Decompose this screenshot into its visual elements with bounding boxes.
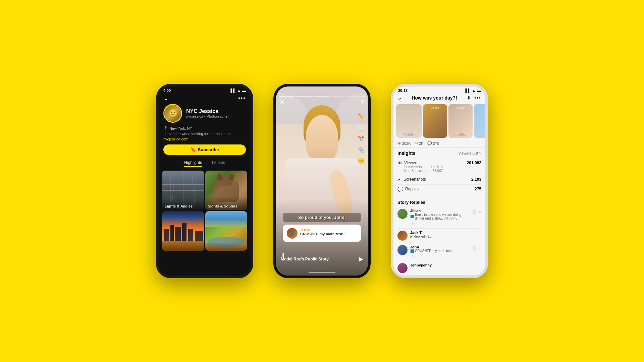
phone-story: ✕ T ✏️ ⬜ ✂️ 📎 😊 So proud of you, John! 👤…: [273, 84, 371, 278]
screenshots-icon: ✂: [397, 177, 401, 182]
jillian-actions: " ✕: [472, 209, 481, 216]
insight-screenshots-row: ✂ Screenshots 2,103: [397, 175, 481, 185]
jackt-text: Replied · 10m: [414, 235, 434, 238]
profile-tabs: Highlights Lenses: [159, 158, 251, 169]
battery-icon-3: ▬: [477, 88, 481, 93]
profile-name: NYC Jessica: [186, 108, 246, 114]
signal-icon: ▌▌: [231, 88, 236, 93]
download-header-icon[interactable]: ⬇: [467, 95, 471, 101]
avatar-image: 🙂: [164, 105, 181, 122]
story-replies-section: Story Replies Jillian 🟦 Bae's in town an…: [393, 197, 485, 276]
wifi-icon: ▲: [237, 88, 241, 93]
progress-2: [296, 96, 313, 97]
story-footer: Model Roz's Public Story ▶: [276, 256, 368, 262]
jackt-actions: ✕: [479, 231, 481, 234]
profile-link[interactable]: nycjessica.com: [159, 136, 251, 142]
viewers-label-group: Viewers Subscribers 163,915 Non-Subscrib…: [404, 161, 443, 173]
close-icon-3[interactable]: ✕: [479, 247, 481, 250]
highlight-card-3[interactable]: [162, 211, 204, 251]
reply-content: JOHN CRUSHED my math test!!: [300, 228, 345, 236]
progress-4: [331, 96, 348, 97]
highlight-card-1[interactable]: Lights & Angles: [162, 171, 204, 210]
chevron-down-icon[interactable]: ⌄: [163, 95, 168, 102]
jennypenny-name: Jennypenny: [410, 263, 481, 267]
reply-jackt: Jack T ▶ Replied · 10m ✕: [397, 229, 481, 243]
sticker-icon[interactable]: ⬜: [358, 124, 365, 131]
wifi-icon-3: ▲: [472, 88, 476, 93]
emoji-icon[interactable]: 😊: [358, 158, 365, 164]
insights-header-bar: ⌄ How was your day?! ⬇ •••: [393, 93, 485, 103]
jackt-name: Jack T: [410, 231, 476, 235]
viewers-label: Viewers: [404, 161, 443, 165]
screenshots-label: Screenshots: [404, 177, 426, 182]
text-tool-icon[interactable]: T: [361, 99, 365, 106]
thumbnail-3[interactable]: 2h ago 👁 198K: [448, 104, 473, 138]
stat-replies: 💬 275: [427, 141, 439, 145]
phone-insights: 20:13 ▌▌ ▲ ▬ ⌄ How was your day?! ⬇ ••• …: [391, 84, 488, 278]
insight-screenshots-left: ✂ Screenshots: [397, 177, 426, 182]
highlight-card-2[interactable]: Sights & Sounds: [205, 171, 248, 210]
progress-1: [279, 96, 295, 97]
signal-icon-3: ▌▌: [466, 88, 471, 93]
more-options-icon[interactable]: •••: [238, 95, 246, 101]
jackt-content: Jack T ▶ Replied · 10m: [410, 231, 476, 238]
thumbnail-2[interactable]: 2h ago: [423, 104, 447, 138]
story-tools: ✏️ ⬜ ✂️ 📎 😊: [358, 113, 365, 164]
highlight-card-4[interactable]: [205, 211, 248, 251]
more-header-icon[interactable]: •••: [474, 95, 481, 101]
quote-icon-2[interactable]: ": [472, 245, 477, 252]
close-story-icon[interactable]: ✕: [279, 99, 284, 106]
reply-john: John 🟦 CRUSHED my math test!! 12m " ✕: [397, 243, 481, 261]
progress-5: [349, 96, 365, 97]
status-icons-1: ▌▌ ▲ ▬: [231, 88, 246, 93]
reply-bubble: 👤 JOHN CRUSHED my math test!!: [283, 225, 361, 242]
insight-viewers-row: 👁 Viewers Subscribers 163,915 Non-Subscr…: [397, 159, 481, 175]
viewers-eye-icon: 👁: [397, 161, 402, 166]
status-bar-3: 20:13 ▌▌ ▲ ▬: [393, 86, 485, 93]
pencil-icon[interactable]: ✏️: [358, 113, 365, 120]
viewers-list-link[interactable]: Viewers List >: [458, 151, 481, 155]
bookmark-icon: 🔖: [191, 147, 196, 152]
story-background: [276, 86, 368, 276]
avatar: 🙂: [163, 104, 182, 123]
highlight-label-2: Sights & Sounds: [208, 204, 237, 208]
john-actions: " ✕: [472, 245, 481, 252]
eye-icon: 👁: [397, 141, 401, 145]
reply-jennypenny: Jennypenny: [397, 261, 481, 276]
story-thumbnails: 👁 250K 2h ago 2h ago 👁 198K: [393, 103, 485, 139]
screenshot-icon: ✂: [415, 141, 418, 145]
insights-section-header: Insights Viewers List >: [397, 150, 481, 156]
location-icon: 📍: [163, 126, 168, 130]
subscribers-sub: Subscribers 163,915: [404, 165, 443, 169]
close-icon[interactable]: ✕: [479, 210, 481, 214]
story-page-title: How was your day?!: [412, 95, 457, 101]
story-replies-title: Story Replies: [397, 200, 481, 205]
story-title: Model Roz's Public Story: [281, 257, 329, 261]
profile-location: 📍 New York, NY: [159, 125, 251, 131]
subscribe-button[interactable]: 🔖 Subscribe: [163, 144, 246, 155]
jillian-content: Jillian 🟦 Bae's in town and we are doing…: [410, 209, 470, 226]
profile-info-section: 🙂 NYC Jessica nycjessica • Photographer: [159, 104, 251, 125]
stat-viewers: 👁 202K: [397, 141, 411, 145]
john-time: 12m: [410, 255, 416, 258]
header-actions: ⬇ •••: [467, 95, 481, 101]
quote-icon[interactable]: ": [472, 209, 477, 216]
screenshots-value: 2,103: [471, 177, 481, 182]
back-chevron-icon[interactable]: ⌄: [397, 95, 402, 101]
thumbnail-4[interactable]: [474, 104, 485, 138]
tab-highlights[interactable]: Highlights: [184, 160, 202, 167]
insight-replies-row: 💬 Replies 275: [397, 185, 481, 194]
reply-jillian: Jillian 🟦 Bae's in town and we are doing…: [397, 207, 481, 229]
close-icon-2[interactable]: ✕: [479, 231, 481, 234]
phone-profile: 4:00 ▌▌ ▲ ▬ ⌄ ••• 🙂 NYC Jessica nycjessi…: [156, 84, 253, 278]
status-icons-3: ▌▌ ▲ ▬: [466, 88, 481, 93]
replies-value: 275: [475, 187, 481, 191]
thumbnail-1[interactable]: 👁 250K: [396, 104, 422, 138]
tab-lenses[interactable]: Lenses: [212, 160, 225, 167]
john-text: CRUSHED my math test!!: [415, 249, 453, 253]
link-icon[interactable]: 📎: [358, 146, 365, 153]
progress-3: [314, 96, 330, 97]
scissors-icon[interactable]: ✂️: [358, 135, 365, 142]
reply-user-text: CRUSHED my math test!!: [300, 232, 345, 236]
send-icon[interactable]: ▶: [359, 256, 363, 262]
